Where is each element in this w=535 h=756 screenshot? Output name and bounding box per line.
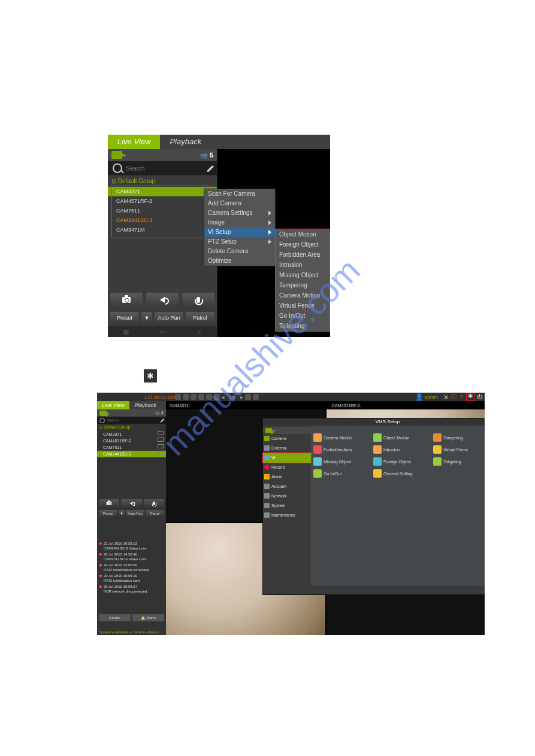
- camera-row[interactable]: CAM7511: [97, 444, 166, 451]
- toolbar-icon[interactable]: [214, 394, 220, 400]
- toolbar-icon[interactable]: [253, 394, 259, 400]
- camera-row[interactable]: CAM3371: [108, 187, 217, 196]
- side-item[interactable]: Account: [263, 482, 311, 491]
- search-input[interactable]: [106, 418, 161, 423]
- vi-option[interactable]: Go In/Out: [313, 467, 373, 479]
- snapshot-button[interactable]: [110, 293, 143, 307]
- menu-item[interactable]: Tailgating: [276, 321, 330, 331]
- camera-list: CAM3371 CAM4571RF-2 CAM7511 CAM2441SC-3 …: [108, 187, 217, 235]
- menu-item[interactable]: Intrusion: [276, 260, 330, 270]
- menu-item[interactable]: Scan For Camera: [204, 189, 275, 199]
- side-item-vi[interactable]: VI: [263, 453, 311, 463]
- camera-row[interactable]: CAM3471M: [108, 225, 217, 235]
- vi-option[interactable]: Intrusion: [373, 444, 433, 456]
- menu-item[interactable]: Go In/Out: [276, 311, 330, 321]
- audio-button[interactable]: [146, 293, 179, 307]
- search-icon: [113, 163, 122, 173]
- menu-item[interactable]: Camera Motion: [276, 290, 330, 300]
- camera-row[interactable]: CAM4571RF-2: [97, 438, 166, 444]
- side-item[interactable]: Camera: [263, 434, 311, 444]
- settings-icon[interactable]: ✱: [466, 393, 474, 401]
- group-header[interactable]: ⊟ Default Group: [108, 175, 217, 187]
- menu-item[interactable]: Tampering: [276, 280, 330, 290]
- menu-item[interactable]: Optimize: [204, 256, 275, 266]
- mic-button[interactable]: [182, 293, 214, 307]
- vi-option[interactable]: Foreign Object: [373, 456, 433, 467]
- menu-item[interactable]: Image: [204, 218, 275, 227]
- patrol-button[interactable]: Patrol: [186, 312, 214, 324]
- menu-item[interactable]: Virtual Fence: [276, 300, 330, 311]
- camera-row[interactable]: CAM3371: [97, 431, 166, 438]
- search-input[interactable]: [125, 165, 207, 172]
- mic-button[interactable]: [144, 499, 164, 508]
- next-page-icon[interactable]: ▸: [240, 393, 244, 401]
- preset-button[interactable]: Preset: [110, 312, 139, 324]
- toolbar-icon[interactable]: [183, 394, 189, 400]
- details-button[interactable]: Details: [99, 614, 131, 621]
- menu-item-vi-setup[interactable]: VI Setup: [204, 227, 275, 237]
- camera-row[interactable]: CAM2441SC-3: [108, 215, 217, 225]
- menu-item[interactable]: Foreign Object: [276, 239, 330, 250]
- camera-row[interactable]: CAM2441SC-3: [97, 451, 166, 457]
- audio-button[interactable]: [121, 499, 141, 508]
- preset-button[interactable]: Preset: [99, 510, 117, 517]
- camera-row[interactable]: CAM7511: [108, 206, 217, 215]
- menu-item[interactable]: Object Motion: [276, 229, 330, 239]
- vi-option[interactable]: General Setting: [373, 467, 433, 479]
- toolbar-icon[interactable]: [175, 394, 181, 400]
- patrol-button[interactable]: Patrol: [146, 510, 164, 517]
- dropdown-button[interactable]: ▼: [119, 510, 125, 517]
- vi-option[interactable]: Virtual Fence: [433, 444, 485, 456]
- tab-playback[interactable]: Playback: [160, 135, 211, 149]
- vi-option[interactable]: Forbidden Area: [313, 444, 373, 456]
- side-item[interactable]: External: [263, 444, 311, 453]
- edit-icon[interactable]: [207, 165, 214, 172]
- layout-grid-icon[interactable]: ▦: [108, 326, 144, 337]
- menu-item[interactable]: PTZ Setup: [204, 237, 275, 247]
- vi-option[interactable]: Missing Object: [313, 456, 373, 467]
- menu-item[interactable]: Missing Object: [276, 270, 330, 280]
- menu-item[interactable]: Camera Settings: [204, 208, 275, 218]
- layout-single-icon[interactable]: ▭: [144, 326, 181, 337]
- menu-item[interactable]: Delete Camera: [204, 247, 275, 256]
- tab-live-view[interactable]: Live View: [97, 401, 129, 409]
- toolbar-icon[interactable]: [191, 394, 197, 400]
- dropdown-button[interactable]: ▼: [141, 312, 152, 324]
- snapshot-button[interactable]: [99, 499, 119, 508]
- toolbar-icon[interactable]: [198, 394, 204, 400]
- event-row: ◆20 Jul 2016 14:52:46CAM2511SC-2 Video L…: [99, 552, 164, 561]
- tab-playback[interactable]: Playback: [129, 401, 161, 409]
- export-icon[interactable]: ⇲: [443, 394, 449, 400]
- help-icon[interactable]: ?: [458, 394, 464, 400]
- tab-live-view[interactable]: Live View: [108, 135, 160, 149]
- menu-item[interactable]: Add Camera: [204, 199, 275, 208]
- alarm-button[interactable]: 🔔Alarm: [132, 614, 164, 621]
- vi-option[interactable]: Tampering: [433, 432, 485, 444]
- side-item[interactable]: Maintenance: [263, 511, 311, 520]
- toolbar-icon[interactable]: [206, 394, 212, 400]
- screenshot-context-menu: Live View Playback ▸ 📹 5 ⊟ Default Group…: [108, 135, 330, 337]
- vi-icon: [373, 469, 382, 478]
- side-item[interactable]: Network: [263, 491, 311, 501]
- autopan-button[interactable]: Auto Pan: [155, 312, 183, 324]
- record-icon: [264, 464, 270, 470]
- group-header[interactable]: ⊟ Default Group: [97, 424, 166, 431]
- prev-page-icon[interactable]: ◂: [221, 393, 225, 401]
- layout-misc-icon[interactable]: ◬: [180, 326, 217, 337]
- info-icon[interactable]: ⓘ: [451, 394, 457, 400]
- vi-icon: [313, 469, 322, 478]
- camera-row[interactable]: CAM4571RF-2: [108, 196, 217, 206]
- power-icon[interactable]: ⏻: [476, 394, 482, 400]
- autopan-button[interactable]: Auto Pan: [126, 510, 144, 517]
- menu-item[interactable]: Forbidden Area: [276, 250, 330, 260]
- vi-option[interactable]: Object Motion: [373, 432, 433, 444]
- vi-label: Tampering: [443, 436, 463, 440]
- side-item[interactable]: System: [263, 501, 311, 511]
- camera-sidebar: ▸ 📹 5 ⊟ Default Group CAM3371 CAM4571RF-…: [108, 149, 217, 337]
- edit-icon[interactable]: [161, 418, 165, 423]
- side-item[interactable]: Alarm: [263, 472, 311, 482]
- toolbar-icon[interactable]: [245, 394, 251, 400]
- side-item[interactable]: Record: [263, 463, 311, 472]
- vi-option[interactable]: Camera Motion: [313, 432, 373, 444]
- vi-option[interactable]: Tailgating: [433, 456, 485, 467]
